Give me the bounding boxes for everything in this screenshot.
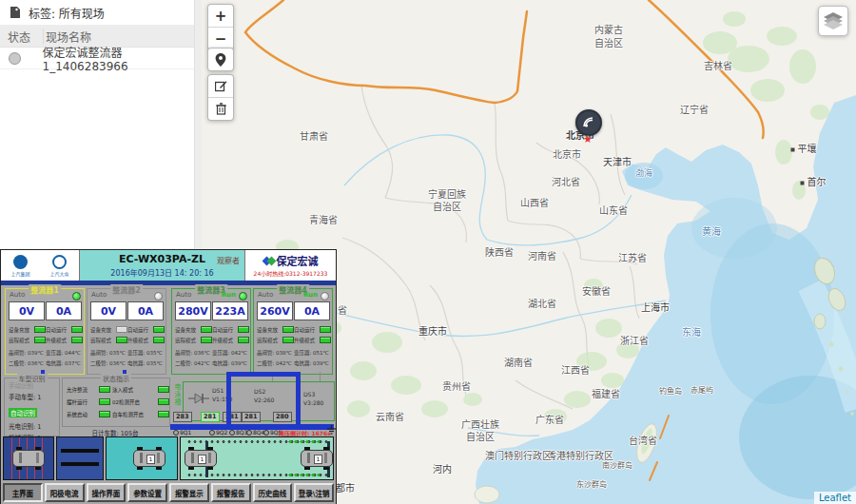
saic-logo-icon xyxy=(13,255,28,269)
dc-bus-vertical xyxy=(296,372,301,425)
voltage-display: 0V xyxy=(9,301,45,320)
site-status-dot xyxy=(9,52,21,65)
indicator-label: 远程模式 xyxy=(257,337,282,344)
scada-hmi-panel: 上汽集团 上汽大众 EC-WX03PA-ZL 观察者 2016年09月13日 1… xyxy=(0,249,337,504)
ds2-voltage: V2:260 xyxy=(254,397,274,403)
status-label: 泳入模式 xyxy=(112,386,156,394)
indicator-label: 设备充放 xyxy=(257,326,282,334)
indicator-led xyxy=(153,326,165,333)
site-list-item[interactable]: 保定宏诚整流器1_1406283966 xyxy=(0,48,202,69)
layers-icon xyxy=(824,12,843,29)
temp-value: 电抗器: 039℃ xyxy=(212,359,249,367)
breaker-box-280: 280 xyxy=(273,412,292,422)
indicator-label: 自动运行 xyxy=(212,326,237,334)
label-chongqing: 重庆市 xyxy=(418,323,447,338)
label-chiwei: 赤尾屿 xyxy=(691,384,713,395)
label-henan: 河南省 xyxy=(528,248,556,262)
status-led xyxy=(99,386,110,393)
column-site-name[interactable]: 现场名称 xyxy=(43,29,91,45)
current-display: 0A xyxy=(294,301,330,320)
edit-button[interactable] xyxy=(208,75,233,97)
label-fujian: 福建省 xyxy=(592,386,620,400)
label-gansu: 甘肃省 xyxy=(300,128,328,143)
indicator-label: 升级模式 xyxy=(127,337,152,344)
status-led xyxy=(239,292,247,300)
zoom-out-button[interactable]: − xyxy=(208,28,233,49)
car-number-tag: 1 xyxy=(146,455,155,464)
layers-control-button[interactable] xyxy=(818,6,848,36)
label-guangdong: 广东省 xyxy=(535,412,564,426)
status-label: 02检测开启 xyxy=(112,398,156,406)
rectifier-panel-2: 整流器2 Auto 0V 0A 设备充放 自动运行 远程模式 升级模式 晶闸管:… xyxy=(87,288,166,375)
switch-symbol xyxy=(246,430,252,436)
label-hebei: 河北省 xyxy=(552,174,580,188)
car-body: 1 xyxy=(133,450,165,467)
signal-icon xyxy=(582,116,595,129)
car-number-tag: 1 xyxy=(314,455,322,464)
indicator-grid: 设备充放 自动运行 远程模式 升级模式 xyxy=(175,324,247,345)
conveyor-section: 1 1 xyxy=(180,436,334,480)
indicator-led xyxy=(71,337,83,343)
indicator-label: 设备充放 xyxy=(175,326,200,334)
switch-symbol xyxy=(263,430,269,436)
switch-8q3: 8Q3 xyxy=(229,429,247,436)
indicator-grid: 设备充放 自动运行 远程模式 升级模式 xyxy=(90,324,163,345)
mode-label: Auto xyxy=(91,291,107,299)
label-shandong: 山东省 xyxy=(599,203,628,217)
switch-label: 9Q1 xyxy=(180,429,191,436)
nav-main-screen[interactable]: 主界面 xyxy=(3,483,43,502)
hmi-user-role: 观察者 xyxy=(217,255,240,265)
nav-anode-current[interactable]: 阳极电流 xyxy=(45,483,85,502)
ground-icon xyxy=(327,425,336,435)
mode-label: Auto xyxy=(258,291,273,299)
label-diaoyu: 钓鱼岛 xyxy=(659,385,682,396)
leaflet-attribution[interactable]: Leaflet xyxy=(814,492,856,504)
indicator-label: 设备充放 xyxy=(9,326,33,334)
label-dongsha: 东沙群岛 xyxy=(576,478,607,489)
label-guangxi-line2: 自治区 xyxy=(466,429,495,443)
tag-filter-row[interactable]: 标签: 所有现场 xyxy=(0,0,202,26)
conveyor-chain-top-active xyxy=(287,439,320,444)
ds3-label: DS3 xyxy=(303,391,315,397)
indicator-led xyxy=(320,337,331,343)
indicator-led xyxy=(116,326,127,333)
nav-login-logout[interactable]: 登录\注销 xyxy=(294,483,334,502)
nav-alarm-display[interactable]: 报警显示 xyxy=(169,483,209,502)
indicator-label: 自动运行 xyxy=(127,326,152,334)
indicator-label: 升级模式 xyxy=(46,337,70,344)
status-led xyxy=(158,386,169,393)
label-beijing-province: 北京市 xyxy=(553,146,581,161)
label-zhejiang: 浙江省 xyxy=(620,333,649,347)
nav-alarm-report[interactable]: 报警报告 xyxy=(211,483,251,502)
indicator-label: 自动运行 xyxy=(294,326,319,334)
status-led xyxy=(158,398,169,405)
hmi-toolbar: 主界面 阳极电流 操作界面 参数设置 报警显示 报警报告 历史曲线 登录\注销 xyxy=(1,482,336,503)
current-display: 0A xyxy=(46,301,82,320)
nav-operation-screen[interactable]: 操作界面 xyxy=(87,483,126,502)
nav-history-curve[interactable]: 历史曲线 xyxy=(253,483,293,502)
switch-label: 9Q2 xyxy=(216,429,227,436)
car-number-tag: 1 xyxy=(198,455,206,464)
nav-parameter-settings[interactable]: 参数设置 xyxy=(127,483,167,502)
vehicle-id-box: 车型识别 手动识别 手动车型: 1 自动识别 光电识别: 1 机械识别: 1 xyxy=(4,378,60,436)
indicator-grid: 设备充放 自动运行 远程模式 升级模式 xyxy=(9,324,81,345)
column-status[interactable]: 状态 xyxy=(0,29,43,45)
zoom-in-button[interactable]: + xyxy=(208,5,233,27)
label-hubei: 湖北省 xyxy=(528,296,556,310)
indicator-led xyxy=(238,337,249,343)
saic-logo: 上汽集团 xyxy=(10,255,29,277)
label-jiangsu: 江苏省 xyxy=(618,250,647,264)
delete-button[interactable] xyxy=(208,98,233,120)
locate-pin-button[interactable] xyxy=(208,48,233,70)
temp-value: 晶闸管: 039℃ xyxy=(9,349,46,357)
ds1-label: DS1 xyxy=(212,387,224,394)
temperature-grid: 晶闸管: 035℃ 变压器: 035℃ 二极管: 036℃ 电抗器: 035℃ xyxy=(90,347,165,368)
dc-bus-vertical xyxy=(226,372,231,425)
indicator-label: 自动运行 xyxy=(46,326,70,334)
temp-value: 晶闸管: 035℃ xyxy=(90,349,127,357)
mode-label: Auto xyxy=(176,291,191,299)
site-marker-beijing[interactable] xyxy=(575,109,602,136)
label-pyongyang: 平壤 xyxy=(791,141,817,155)
hmi-title-zone: EC-WX03PA-ZL 观察者 2016年09月13日 14: 20: 16 xyxy=(80,250,245,281)
indicator-led xyxy=(282,326,294,333)
